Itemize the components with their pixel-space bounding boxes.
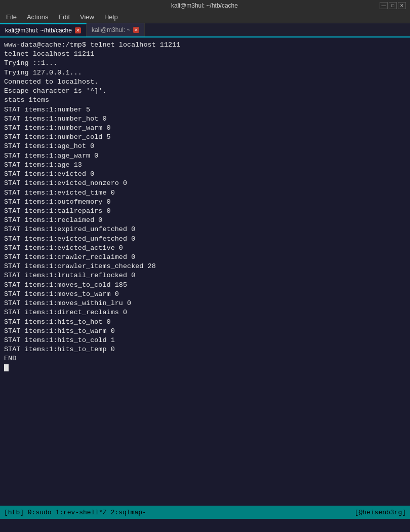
tab-close-2[interactable]: ✕ [133, 27, 139, 33]
minimize-button[interactable]: — [380, 2, 388, 9]
tab-htb-cache[interactable]: kali@m3hul: ~/htb/cache ✕ [0, 23, 87, 36]
status-right: [@heisenb3rg] [355, 509, 406, 516]
menu-edit[interactable]: Edit [55, 12, 74, 22]
menu-file[interactable]: File [2, 12, 21, 22]
title-bar-text: kali@m3hul: ~/htb/cache [29, 2, 380, 9]
tab-bar: kali@m3hul: ~/htb/cache ✕ kali@m3hul: ~ … [0, 23, 410, 37]
status-bar: [htb] 0:sudo 1:rev-shell*Z 2:sqlmap- [@h… [0, 506, 410, 519]
status-left: [htb] 0:sudo 1:rev-shell*Z 2:sqlmap- [4, 509, 146, 516]
tab-label-2: kali@m3hul: ~ [92, 26, 131, 33]
title-bar-controls[interactable]: — □ ✕ [380, 2, 406, 9]
tab-close-1[interactable]: ✕ [75, 27, 81, 33]
menu-actions[interactable]: Actions [23, 12, 53, 22]
title-bar: kali@m3hul: ~/htb/cache — □ ✕ [0, 0, 410, 11]
tab-label-1: kali@m3hul: ~/htb/cache [5, 27, 72, 34]
menu-bar: File Actions Edit View Help [0, 11, 410, 23]
tab-home[interactable]: kali@m3hul: ~ ✕ [87, 23, 145, 36]
menu-view[interactable]: View [76, 12, 98, 22]
close-button[interactable]: ✕ [398, 2, 406, 9]
terminal-output: www-data@cache:/tmp$ telnet localhost 11… [4, 41, 406, 373]
menu-help[interactable]: Help [100, 12, 122, 22]
terminal-area[interactable]: www-data@cache:/tmp$ telnet localhost 11… [0, 37, 410, 519]
maximize-button[interactable]: □ [389, 2, 397, 9]
